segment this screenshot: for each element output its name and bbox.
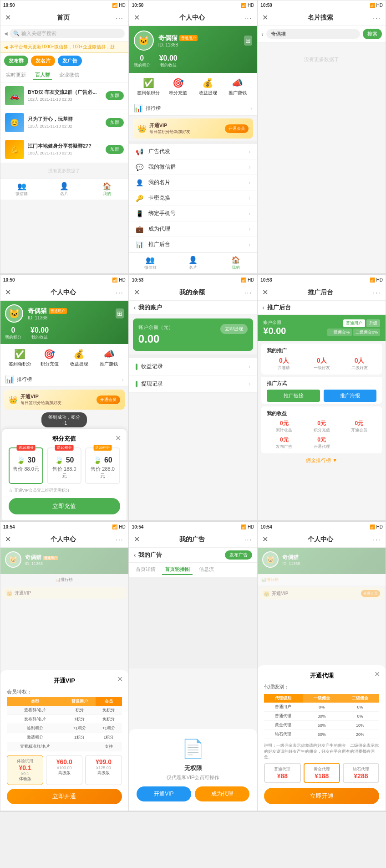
back-icon-3[interactable]: ‹ — [261, 31, 264, 38]
publish-ad-btn[interactable]: 发广告 — [58, 56, 82, 66]
panel-promo-backend: 10:53 📶 HD ✕ 推广后台 ··· ‹ 推广后台 账户余额 ¥0.00 … — [257, 275, 386, 521]
publish-group-btn[interactable]: 发布群 — [4, 56, 28, 66]
nav-mine-2[interactable]: 🏠 我的 — [214, 255, 257, 272]
nav-wechat-group[interactable]: 👥 微信群 — [0, 181, 43, 198]
nav-card[interactable]: 👤 名片 — [43, 181, 86, 198]
charge-option-50[interactable]: 送10积分 🍃 50 售价 188.0元 — [47, 447, 81, 484]
close-btn-3[interactable]: ✕ — [262, 13, 268, 22]
vip-price-2[interactable]: ¥99.0 ¥125.00 高级版 — [85, 755, 122, 785]
grid-promo[interactable]: 📣 推广赚钱 — [223, 77, 252, 96]
realtime-tab[interactable]: 实时更新 — [4, 71, 28, 80]
my-cards-icon: 👤 — [136, 179, 145, 186]
grid-recharge-4[interactable]: 🎯 积分充值 — [35, 349, 64, 367]
group-item-0[interactable]: 🚗 BYD汉·车友交流2群（广告必... 102人 2021-11-13 02:… — [0, 82, 128, 109]
close-btn-7[interactable]: ✕ — [5, 535, 11, 544]
charge-submit-btn[interactable]: 立即充值 — [9, 498, 120, 514]
nav-card-2[interactable]: 👤 名片 — [172, 255, 214, 272]
back-icon-8[interactable]: ‹ — [134, 551, 136, 559]
card-search-btn[interactable]: 搜索 — [363, 29, 382, 39]
close-btn-5[interactable]: ✕ — [134, 288, 140, 297]
group-item-1[interactable]: 😊 只为了开心，玩基群 125人 2021-11-13 02:32 加群 — [0, 109, 128, 136]
back-icon-6[interactable]: ‹ — [262, 304, 264, 311]
no-perm-agent-btn[interactable]: 成为代理 — [195, 786, 249, 801]
notice-bar[interactable]: ◀ 本平台每天更新1000+微信群，100+企业微信群，赶 — [0, 41, 128, 53]
qr-icon[interactable]: ⊞ — [244, 36, 252, 46]
charge-option-30[interactable]: 送10积分 🍃 30 售价 88.0元 — [9, 447, 43, 484]
more-btn-8[interactable]: ··· — [244, 536, 253, 543]
promo-tab-normal[interactable]: 普通用户 — [343, 319, 365, 327]
vip-price-1[interactable]: ¥60.0 ¥100.00 高级版 — [46, 755, 82, 785]
vip-banner-4[interactable]: 👑 开通VIP 每日签积分给新加好友 开通会员 — [4, 390, 125, 410]
ad-tab-2[interactable]: 信息流 — [196, 565, 217, 575]
group-item-2[interactable]: 💪 江门本地健身分享答疑群27? 183人 2021-11-13 02:31 加… — [0, 136, 128, 163]
no-perm-vip-btn[interactable]: 开通VIP — [137, 786, 191, 801]
menu-ad-proxy[interactable]: 📢 广告代发 › — [129, 144, 257, 159]
close-btn-1[interactable]: ✕ — [5, 13, 11, 22]
income-record[interactable]: 收益记录 › — [129, 358, 257, 375]
ad-tab-0[interactable]: 首页详情 — [133, 565, 158, 575]
publish-card-btn[interactable]: 发名片 — [31, 56, 55, 66]
more-btn-5[interactable]: ··· — [244, 289, 253, 296]
menu-agent[interactable]: 💼 成为代理 › — [129, 221, 257, 237]
card-search-input-wrap[interactable]: 奇偶猫 — [266, 29, 360, 39]
vip-open-btn-modal[interactable]: 立即开通 — [7, 789, 122, 804]
vip-modal-close[interactable]: ✕ — [117, 675, 123, 683]
grid-withdraw-4[interactable]: 💰 收益提现 — [64, 349, 94, 367]
close-btn-9[interactable]: ✕ — [262, 535, 268, 544]
more-btn-4[interactable]: ··· — [116, 289, 124, 296]
close-btn-4[interactable]: ✕ — [5, 288, 11, 297]
more-btn-6[interactable]: ··· — [373, 289, 381, 296]
close-btn-2[interactable]: ✕ — [134, 13, 140, 22]
qr-icon-4[interactable]: ⊞ — [116, 308, 124, 318]
ranking-item-4[interactable]: 📊 排行榜 › — [0, 372, 128, 387]
menu-my-groups[interactable]: 💬 我的微信群 › — [129, 159, 257, 175]
menu-bind-phone[interactable]: 📱 绑定手机号 › — [129, 206, 257, 221]
grid-signin-4[interactable]: ✅ 签到领积分 — [5, 349, 35, 367]
publish-ad-btn-8[interactable]: 发布广告 — [225, 550, 252, 560]
more-btn-9[interactable]: ··· — [373, 536, 381, 543]
back-icon-5[interactable]: ‹ — [134, 304, 136, 311]
vip-banner[interactable]: 👑 开通VIP 每日签积分给新加好友 开通会员 — [133, 118, 254, 139]
hundred-tab[interactable]: 百人群 — [33, 71, 52, 80]
more-btn-2[interactable]: ··· — [244, 14, 253, 21]
agent-modal-close[interactable]: ✕ — [374, 670, 380, 678]
menu-redeem[interactable]: 🔑 卡密兑换 › — [129, 190, 257, 206]
promo-poster-btn[interactable]: 推广海报 — [324, 390, 376, 402]
agent-price-2[interactable]: 钻石代理 ¥288 — [343, 763, 379, 783]
close-btn-6[interactable]: ✕ — [262, 288, 268, 297]
more-btn-3[interactable]: ··· — [373, 14, 381, 21]
ad-tab-1[interactable]: 首页轮播图 — [162, 565, 193, 575]
withdraw-btn[interactable]: 立即提现 — [220, 324, 248, 334]
promo-link-btn[interactable]: 推广链接 — [267, 390, 320, 402]
charge-close-btn[interactable]: ✕ — [115, 434, 121, 442]
grid-promo-4[interactable]: 📣 推广赚钱 — [94, 349, 124, 367]
more-btn-7[interactable]: ··· — [116, 536, 124, 543]
withdraw-record[interactable]: 提现记录 › — [129, 375, 257, 393]
charge-option-60[interactable]: 送20积分 🍃 60 售价 288.0元 — [85, 447, 120, 484]
agent-open-btn[interactable]: 立即开通 — [264, 788, 379, 804]
vip-price-0[interactable]: 体验试用 ¥0.1 ¥0.1 体验版 — [7, 755, 43, 785]
agent-price-0[interactable]: 普通代理 ¥88 — [264, 763, 300, 783]
agent-price-1[interactable]: 黄金代理 ¥188 — [304, 763, 340, 783]
join-btn-0[interactable]: 加群 — [106, 91, 124, 100]
vip-open-btn[interactable]: 开通会员 — [225, 124, 249, 133]
nav-wechat-group-2[interactable]: 👥 微信群 — [129, 255, 172, 272]
corp-wechat-tab[interactable]: 企业微信 — [57, 71, 81, 80]
profile-name: 奇偶猫 — [158, 34, 178, 42]
vip-open-btn-4[interactable]: 开通会员 — [96, 395, 120, 404]
grid-recharge[interactable]: 🎯 积分充值 — [163, 77, 193, 96]
vip-features-title: 会员特权： — [7, 688, 122, 695]
more-btn-1[interactable]: ··· — [116, 14, 124, 21]
promo-tab-upgrade[interactable]: 升级 — [366, 319, 380, 327]
menu-my-cards[interactable]: 👤 我的名片 › — [129, 175, 257, 190]
menu-promo-backend[interactable]: 📊 推广后台 › — [129, 237, 257, 252]
nav-mine[interactable]: 🏠 我的 — [86, 181, 128, 198]
grid-withdraw[interactable]: 💰 收益提现 — [193, 77, 223, 96]
promo-ranking[interactable]: 佣金排行榜 ▼ — [258, 453, 386, 467]
join-btn-2[interactable]: 加群 — [106, 145, 124, 154]
ranking-item[interactable]: 📊 排行榜 › — [129, 101, 257, 116]
grid-signin[interactable]: ✅ 签到领积分 — [134, 77, 163, 96]
close-btn-8[interactable]: ✕ — [134, 535, 140, 544]
search-input-wrap[interactable]: 🔍 输入关键字搜索 — [10, 29, 125, 38]
join-btn-1[interactable]: 加群 — [106, 118, 124, 127]
